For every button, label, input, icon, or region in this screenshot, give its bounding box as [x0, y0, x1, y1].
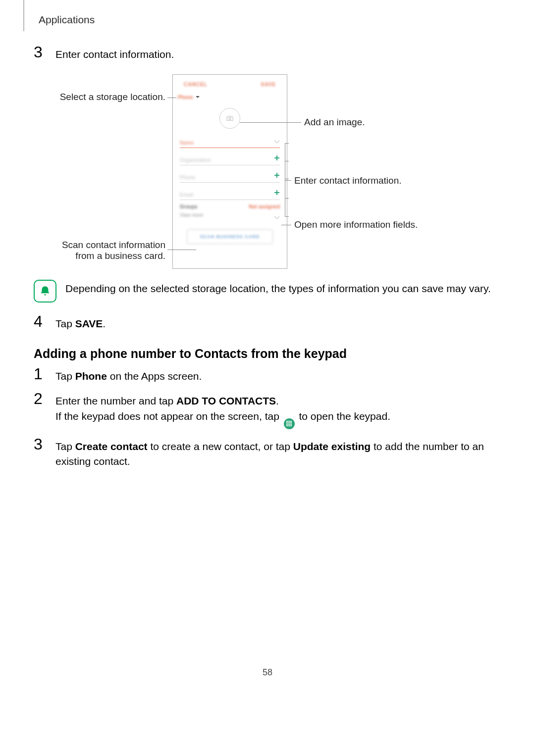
avatar-placeholder: [219, 108, 240, 129]
page-number: 58: [263, 667, 272, 678]
field-org: Organization: [180, 152, 280, 165]
save-button-label: SAVE: [261, 82, 276, 87]
chevron-down-icon: [274, 138, 279, 143]
step-number: 1: [34, 365, 43, 383]
cancel-button-label: CANCEL: [184, 82, 208, 87]
plus-icon: [273, 171, 281, 179]
scan-card-button-label: SCAN BUSINESS CARD: [187, 229, 273, 244]
camera-icon: [225, 114, 234, 123]
field-name: Name: [180, 135, 280, 148]
text: Tap: [55, 370, 75, 382]
keypad-step-1: 1 Tap Phone on the Apps screen.: [34, 369, 501, 384]
field-label: Phone: [180, 175, 195, 180]
callout-scan: Scan contact information from a business…: [42, 240, 165, 261]
keypad-icon: [284, 418, 295, 429]
text: .: [103, 318, 106, 329]
callout-image: Add an image.: [304, 117, 468, 128]
text-bold: SAVE: [75, 318, 103, 329]
contact-diagram: CANCEL SAVE Phone Name Organization: [34, 74, 494, 272]
step-text: Tap Phone on the Apps screen.: [55, 369, 501, 384]
field-phone: Phone: [180, 169, 280, 183]
text: to open the keypad.: [299, 410, 390, 422]
phone-screenshot: CANCEL SAVE Phone Name Organization: [172, 74, 287, 269]
text: on the Apps screen.: [107, 370, 202, 382]
section-header: Applications: [39, 14, 95, 26]
step-number: 4: [34, 312, 43, 331]
text-bold: Update existing: [293, 441, 371, 452]
step-3: 3 Enter contact information.: [34, 47, 501, 62]
step-number: 2: [34, 390, 43, 408]
leader-line: [167, 250, 196, 250]
callout-storage: Select a storage location.: [42, 92, 165, 102]
text-bold: Phone: [75, 370, 107, 382]
field-label: Groups: [180, 204, 198, 209]
svg-point-0: [229, 118, 231, 120]
leader-line: [281, 225, 291, 225]
callout-more: Open more information fields.: [294, 219, 458, 230]
note-text: Depending on the selected storage locati…: [65, 280, 491, 296]
storage-selector: Phone: [173, 94, 287, 103]
plus-icon: [273, 154, 281, 162]
view-more-label: View more: [180, 212, 203, 218]
field-label: Email: [180, 192, 194, 198]
chevron-down-icon: [196, 96, 200, 100]
bracket: [285, 143, 285, 216]
view-more-row: View more: [180, 210, 280, 222]
text: Tap: [55, 318, 75, 329]
chevron-down-icon: [274, 214, 279, 219]
step-text: Enter the number and tap ADD TO CONTACTS…: [55, 394, 501, 429]
leader-line: [285, 180, 291, 181]
leader-line: [167, 98, 176, 98]
note-box: Depending on the selected storage locati…: [34, 280, 501, 302]
text-bold: ADD TO CONTACTS: [176, 395, 276, 406]
text: .: [276, 395, 279, 406]
storage-label: Phone: [178, 95, 193, 100]
text: to create a new contact, or tap: [148, 441, 293, 452]
step-number: 3: [34, 435, 43, 454]
step-text: Tap SAVE.: [55, 316, 501, 331]
step-text: Tap Create contact to create a new conta…: [55, 439, 501, 469]
text: Enter the number and tap: [55, 395, 176, 406]
plus-icon: [273, 189, 281, 197]
step-4: 4 Tap SAVE.: [34, 316, 501, 331]
text: If the keypad does not appear on the scr…: [55, 410, 282, 422]
text-bold: Create contact: [75, 441, 148, 452]
field-label: Organization: [180, 157, 211, 163]
callout-info: Enter contact information.: [294, 175, 458, 186]
subheading: Adding a phone number to Contacts from t…: [34, 347, 501, 361]
step-number: 3: [34, 43, 43, 61]
field-label: Name: [180, 140, 194, 146]
step-text: Enter contact information.: [55, 47, 501, 62]
header-rule: [23, 0, 24, 31]
leader-line: [240, 122, 301, 123]
keypad-step-2: 2 Enter the number and tap ADD TO CONTAC…: [34, 394, 501, 429]
keypad-step-3: 3 Tap Create contact to create a new con…: [34, 439, 501, 469]
field-email: Email: [180, 187, 280, 200]
note-icon: [34, 280, 56, 302]
bell-icon: [39, 285, 52, 298]
field-groups: Groups Not assigned: [180, 204, 280, 209]
text: Tap: [55, 441, 75, 452]
groups-value: Not assigned: [249, 204, 280, 209]
